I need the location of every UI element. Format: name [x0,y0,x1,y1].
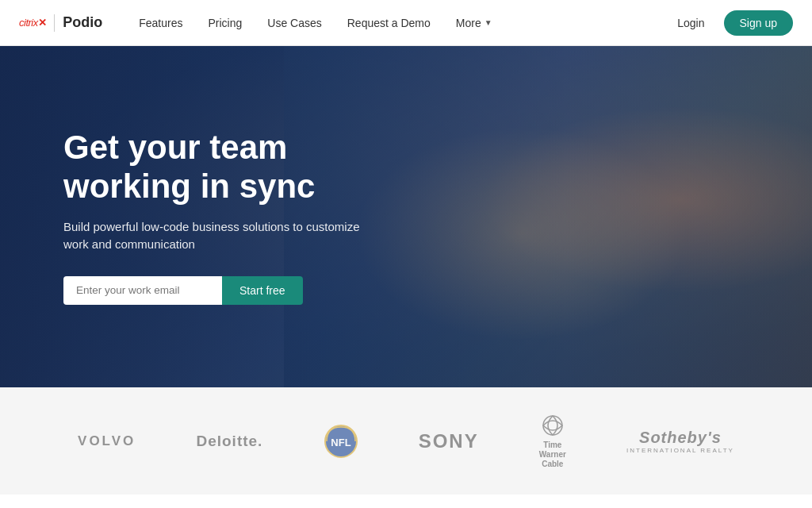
sothebys-logo: Sotheby's INTERNATIONAL REALTY [626,429,734,454]
start-free-button[interactable]: Start free [222,276,303,305]
hero-title: Get your team working in sync [63,129,396,206]
time-warner-logo: TimeWarnerCable [539,413,566,469]
chevron-down-icon: ▼ [485,18,492,27]
bottom-section: Consolidated data [0,495,812,508]
deloitte-logo: Deloitte. [196,433,262,450]
podio-wordmark: Podio [63,14,102,31]
nav-links: Features Pricing Use Cases Request a Dem… [128,10,668,36]
sony-logo: SONY [419,430,479,452]
svg-point-3 [543,416,562,435]
hero-content: Get your team working in sync Build powe… [0,129,460,305]
hero-section: Get your team working in sync Build powe… [0,46,812,387]
brand-logo[interactable]: citrix✕ Podio [19,14,102,32]
nfl-logo: NFL [324,424,358,459]
logos-section: VOLVO Deloitte. NFL SONY TimeWarnerCable [0,387,812,495]
volvo-logo: VOLVO [78,433,136,449]
logo-divider [54,14,55,32]
nav-use-cases[interactable]: Use Cases [256,10,332,36]
svg-text:NFL: NFL [331,437,350,448]
navbar: citrix✕ Podio Features Pricing Use Cases… [0,0,812,46]
citrix-wordmark: citrix✕ [19,17,46,29]
hero-subtitle: Build powerful low-code business solutio… [63,218,365,254]
nav-features[interactable]: Features [128,10,193,36]
hero-email-form: Start free [63,276,396,305]
nav-pricing[interactable]: Pricing [197,10,253,36]
nav-more[interactable]: More ▼ [445,10,504,36]
signup-button[interactable]: Sign up [724,10,793,36]
navbar-actions: Login Sign up [668,10,793,36]
login-button[interactable]: Login [668,12,714,34]
nav-demo[interactable]: Request a Demo [336,10,442,36]
email-input[interactable] [63,276,222,305]
